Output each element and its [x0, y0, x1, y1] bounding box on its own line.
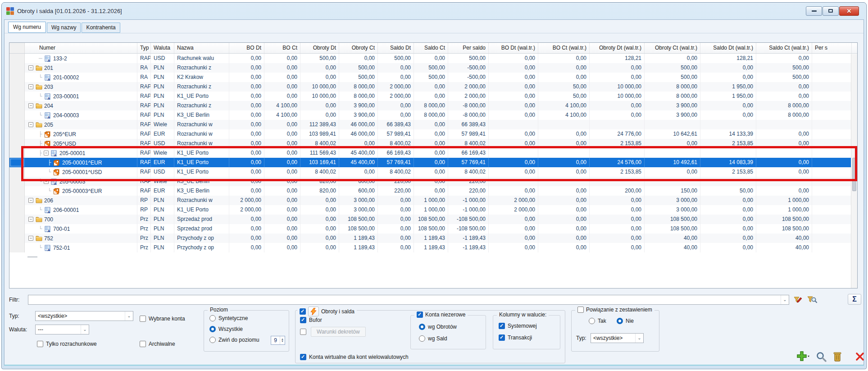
tab-kontrahenta[interactable]: Kontrahenta [82, 23, 120, 33]
tab-wg-nazwy[interactable]: Wg nazwy [47, 23, 81, 33]
warunki-dekretow-checkbox[interactable] [300, 329, 306, 335]
column-header[interactable]: Typ [137, 43, 151, 53]
collapse-toggle[interactable]: − [28, 122, 33, 127]
table-row[interactable]: └A206-00001RPPLNK1_UE Porto2 000,000,000… [9, 205, 857, 215]
collapse-toggle[interactable]: − [28, 217, 33, 222]
transakcji-checkbox[interactable]: Transakcji [499, 334, 532, 341]
collapse-toggle[interactable]: − [44, 151, 49, 156]
value-cell: 0,00 [489, 215, 538, 224]
table-row[interactable]: └A204-00003RAPPLNK3_UE Berlin0,004 100,0… [9, 110, 857, 120]
column-header[interactable]: BO Ct [264, 43, 300, 53]
table-row[interactable]: └205-00003^EURRAPEURK3_UE Berlin0,000,00… [9, 186, 857, 196]
column-header[interactable]: Numer [25, 43, 137, 53]
table-row[interactable]: ├205^EURRAPEURRozrachunki w0,000,00103 9… [9, 129, 857, 139]
close-window-button[interactable] [853, 350, 867, 363]
column-header[interactable]: Per s [812, 43, 852, 53]
column-header[interactable]: Saldo Dt (wal.tr.) [700, 43, 756, 53]
search-button[interactable] [814, 350, 828, 363]
column-header[interactable]: Per saldo [448, 43, 489, 53]
table-row[interactable]: └A203-00001RAPPLNK1_UE Porto0,000,0010 0… [9, 92, 857, 101]
radio-tak[interactable]: Tak [589, 318, 606, 324]
table-row[interactable]: ─A133-2RAPUSDRachunek walu0,000,00500,00… [9, 54, 857, 63]
poziom-spinner[interactable]: 9▲▼ [271, 336, 285, 345]
tab-wg-numeru[interactable]: Wg numeru [8, 22, 46, 33]
collapse-toggle[interactable]: − [28, 84, 33, 89]
column-header[interactable]: BO Dt [229, 43, 264, 53]
typ-select[interactable]: <wszystkie>⌄ [35, 311, 133, 321]
table-row[interactable]: ├205^USDRAPUSDRozrachunki w0,000,008 400… [9, 139, 857, 148]
collapse-toggle[interactable]: − [28, 65, 33, 70]
table-row[interactable]: −201RAPLNRozrachunki z0,000,000,00500,00… [9, 63, 857, 73]
collapse-toggle[interactable]: − [28, 103, 33, 108]
column-header[interactable]: Saldo Dt [378, 43, 414, 53]
filter-edit-button[interactable] [792, 294, 804, 305]
collapse-toggle[interactable]: − [44, 179, 49, 184]
delete-button[interactable] [831, 350, 844, 363]
table-row[interactable]: └205-00001^USDRAPUSDK1_UE Porto0,000,008… [9, 167, 857, 177]
vertical-scrollbar[interactable] [851, 54, 857, 288]
table-row[interactable]: −203RAPPLNRozrachunki z0,000,0010 000,00… [9, 82, 857, 92]
table-row-selected[interactable]: ├205-00001^EURRAPEURK1_UE Porto0,000,001… [9, 158, 857, 167]
column-header[interactable]: BO Ct (wal.tr.) [538, 43, 590, 53]
column-header[interactable]: Waluta [151, 43, 174, 53]
radio-wg-sald[interactable]: wg Sald [419, 335, 447, 342]
powiazanie-typ-select[interactable]: <wszystkie>⌄ [591, 333, 644, 343]
table-row[interactable]: └−A205-00003RAPWieleK3_UE Berlin0,000,00… [9, 177, 857, 186]
table-row[interactable]: └A201-00002RAPLNK2 Krakow0,000,000,00500… [9, 73, 857, 82]
wybrane-konta-checkbox[interactable]: Wybrane konta [140, 316, 185, 322]
column-header[interactable]: Obroty Ct [339, 43, 378, 53]
table-row[interactable]: └A700-01PrzPLNSprzedaż prod0,000,000,001… [9, 224, 857, 234]
table-row[interactable]: −700PrzPLNSprzedaż prod0,000,000,00108 5… [9, 215, 857, 224]
table-row[interactable]: −205RAPWieleRozrachunki w0,000,00112 389… [9, 120, 857, 129]
account-icon: A [45, 207, 51, 213]
close-button[interactable]: ✕ [839, 6, 859, 16]
column-header[interactable]: BO Dt (wal.tr.) [489, 43, 538, 53]
minimize-button[interactable] [806, 6, 822, 16]
sum-button[interactable]: Σ [848, 294, 861, 305]
scrollbar-thumb[interactable] [852, 158, 856, 191]
obroty-i-salda-checkbox[interactable] [300, 308, 306, 315]
chevron-down-icon[interactable]: ⌄ [125, 311, 133, 321]
konta-niezerowe-checkbox[interactable] [417, 311, 423, 318]
chevron-down-icon[interactable]: ⌄ [781, 295, 789, 304]
radio-syntetyczne[interactable]: Syntetyczne [209, 315, 248, 321]
column-header[interactable]: Obroty Dt [300, 43, 339, 53]
bufor-checkbox[interactable]: Bufor [300, 317, 322, 323]
account-number: 206 [44, 197, 53, 204]
table-row[interactable]: −204RAPPLNRozrachunki z0,004 100,000,003… [9, 101, 857, 110]
archiwalne-checkbox[interactable]: Archiwalne [140, 341, 175, 347]
table-row[interactable]: └A752-01PrzPLNPrzychody z op0,000,000,00… [9, 243, 857, 252]
filter-search-button[interactable] [806, 294, 818, 305]
value-cell: 0,00 [264, 158, 300, 167]
table-row[interactable]: −206RPPLNRozrachunki w2 000,000,000,003 … [9, 196, 857, 205]
systemowej-checkbox[interactable]: Systemowej [499, 323, 537, 329]
column-header[interactable]: Saldo Ct [414, 43, 448, 53]
radio-zwin-do-poziomu[interactable]: Zwiń do poziomu [209, 337, 259, 343]
waluta-select[interactable]: ---⌄ [35, 325, 89, 334]
table-row[interactable]: ├−A205-00001RAPWieleK1_UE Porto0,000,001… [9, 148, 857, 158]
radio-wszystkie[interactable]: Wszystkie [209, 326, 243, 332]
chevron-down-icon[interactable]: ⌄ [635, 334, 643, 343]
filter-input[interactable]: ⌄ [28, 295, 789, 305]
maximize-button[interactable] [823, 6, 839, 16]
column-header[interactable]: Obroty Ct (wal.tr.) [645, 43, 700, 53]
tylko-rozrachunkowe-checkbox[interactable]: Tylko rozrachunkowe [37, 341, 97, 347]
value-cell: 0,00 [339, 167, 378, 177]
spinner-arrows-icon[interactable]: ▲▼ [280, 336, 285, 344]
recalculate-button[interactable] [308, 307, 319, 316]
column-header[interactable]: Saldo Ct (wal.tr.) [756, 43, 812, 53]
chevron-down-icon[interactable]: ⌄ [81, 325, 89, 334]
collapse-toggle[interactable]: − [28, 198, 33, 203]
collapse-toggle[interactable]: − [28, 236, 33, 241]
tree-cell: −205 [25, 120, 137, 129]
column-header[interactable]: Obroty Dt (wal.tr.) [590, 43, 645, 53]
konta-wirtualne-checkbox[interactable]: Konta wirtualne dla kont wielowalutowych [300, 354, 409, 360]
column-header[interactable]: Nazwa [174, 43, 229, 53]
radio-nie[interactable]: Nie [617, 318, 634, 324]
add-button[interactable] [795, 350, 811, 363]
account-number: 205^USD [53, 141, 76, 147]
powiazanie-checkbox[interactable] [577, 307, 584, 313]
value-cell [489, 120, 538, 129]
table-row[interactable]: −752PrzPLNPrzychody z op0,000,000,001 18… [9, 234, 857, 243]
radio-wg-obrotow[interactable]: wg Obrotów [419, 324, 457, 330]
